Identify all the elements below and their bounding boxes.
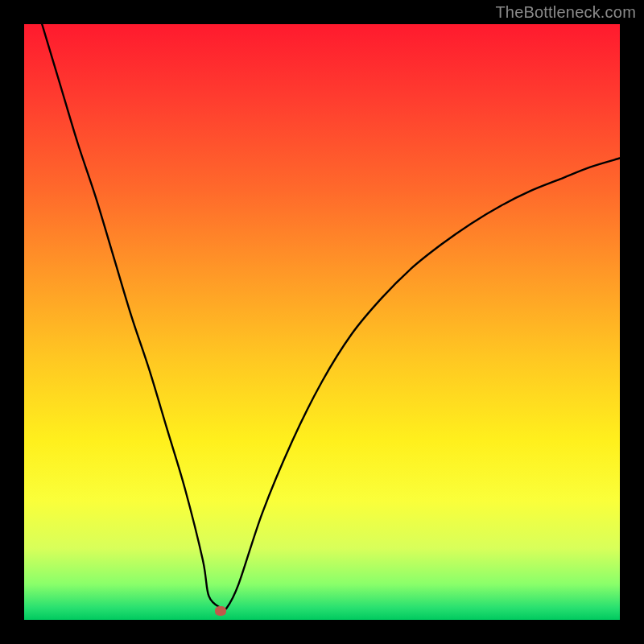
watermark-text: TheBottleneck.com [495, 3, 636, 22]
min-point-marker [215, 606, 226, 616]
plot-area [24, 24, 620, 620]
bottleneck-curve [24, 24, 620, 620]
chart-frame: TheBottleneck.com [0, 0, 644, 644]
